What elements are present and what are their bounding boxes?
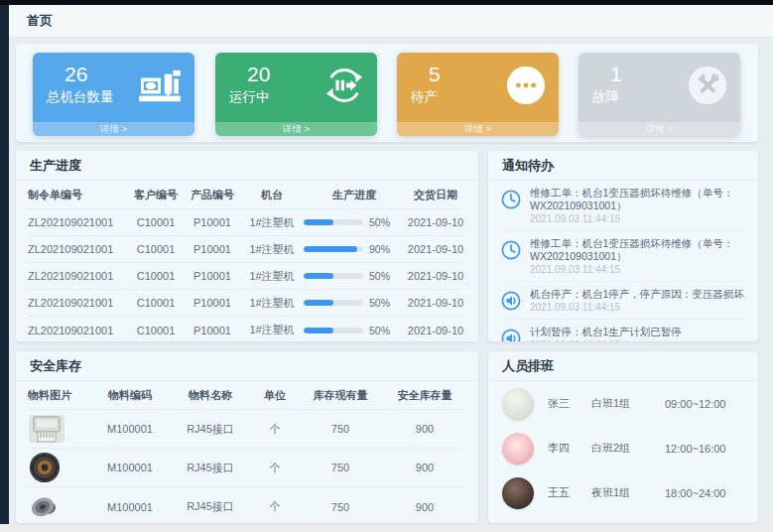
card-detail-link[interactable]: 详情 > [33,122,194,136]
production-progress-panel: 生产进度 制令单编号 客户编号 产品编号 机台 生产进度 交货日期 ZL2021… [16,151,478,341]
cone-speaker-image [28,490,91,524]
column-header: 产品编号 [185,188,240,202]
table-row: ZL202109021001 C10001 P10001 1#注塑机 50% 2… [28,317,466,341]
staff-name: 王五 [548,485,578,500]
table-header-row: 制令单编号 客户编号 产品编号 机台 生产进度 交货日期 [28,181,466,209]
collapsed-sidebar-edge[interactable] [0,5,9,524]
material-unit: 个 [252,461,298,475]
stat-card-fault[interactable]: 1 故障 详情 > [579,53,740,136]
staff-row: 王五 夜班1组 18:00~24:00 [488,470,758,515]
progress-bar [304,273,363,279]
panel-title: 生产进度 [16,151,478,181]
window-bottom-strip [0,524,773,532]
progress-percent: 50% [369,270,390,282]
speaker-icon [500,328,522,341]
machine-name: 1#注塑机 [240,296,304,311]
material-name: RJ45接口 [169,499,252,514]
order-no: ZL202109021001 [28,243,127,255]
table-row: M100001 RJ45接口 个 750 900 [28,410,466,449]
clock-icon [500,239,522,261]
customer-no: C10001 [127,243,185,255]
notification-text: 机台停产：机台1停产，停产原因：变压器损坏 [530,288,744,301]
staff-time: 18:00~24:00 [665,487,725,499]
table-row: ZL202109021001 C10001 P10001 1#注塑机 90% 2… [28,236,466,263]
material-code: M100001 [91,462,169,473]
safety-qty: 900 [383,423,466,435]
machine-name: 1#注塑机 [240,269,304,284]
notifications-panel: 通知待办 维修工单：机台1变压器损坏待维修（单号：WX202109031001）… [488,151,758,341]
table-row: ZL202109021001 C10001 P10001 1#注塑机 50% 2… [28,290,466,317]
notification-text: 计划暂停：机台1生产计划已暂停 [530,326,682,338]
notification-item[interactable]: 计划暂停：机台1生产计划已暂停 2021.09.03 11:44:15 [500,320,746,341]
column-header: 物料名称 [169,388,252,403]
safety-stock-panel: 安全库存 物料图片 物料编码 物料名称 单位 库存现有量 安全库存量 M1000… [16,351,478,523]
staff-shift: 白班2组 [591,441,651,456]
card-detail-link[interactable]: 详情 > [215,122,377,136]
speaker-icon [500,290,522,312]
avatar [502,388,534,420]
stock-qty: 750 [298,462,383,473]
staff-shift: 白班1组 [591,396,651,411]
order-no: ZL202109021001 [28,325,127,336]
safety-qty: 900 [383,501,466,513]
staff-schedule-panel: 人员排班 张三 白班1组 09:00~12:00 李四 白班2组 12:00~1… [488,351,758,523]
order-no: ZL202109021001 [28,216,127,228]
column-header: 单位 [252,388,298,403]
column-header: 交货日期 [405,188,466,202]
product-no: P10001 [185,297,240,309]
staff-shift: 夜班1组 [591,485,651,500]
table-row: ZL202109021001 C10001 P10001 1#注塑机 50% 2… [28,263,466,290]
progress-bar [304,246,363,252]
round-speaker-image [28,451,91,484]
material-name: RJ45接口 [169,461,252,475]
product-no: P10001 [185,243,240,255]
machine-name: 1#注塑机 [240,323,304,337]
tab-home[interactable]: 首页 [27,12,53,30]
table-row: M100001 RJ45接口 个 750 900 [28,487,466,523]
customer-no: C10001 [127,270,185,282]
table-row: ZL202109021001 C10001 P10001 1#注塑机 50% 2… [28,209,466,236]
column-header: 安全库存量 [383,388,466,403]
delivery-date: 2021-09-10 [405,325,466,336]
column-header: 客户编号 [127,188,185,202]
stock-qty: 750 [298,501,383,513]
progress-percent: 50% [369,325,390,336]
column-header: 物料图片 [28,388,91,403]
notification-text: 维修工单：机台1变压器损坏待维修（单号：WX202109031001） [530,187,746,212]
progress-bar [304,328,363,333]
customer-no: C10001 [127,297,185,309]
notification-time: 2021.09.03 11:44:15 [530,213,746,225]
notification-time: 2021.09.03 11:44:15 [530,302,744,314]
staff-row: 李四 白班2组 12:00~16:00 [488,426,758,470]
stat-card-waiting[interactable]: 5 待产 详情 > [397,53,559,136]
staff-name: 张三 [548,396,578,411]
stat-card-running[interactable]: 20 运行中 详情 > [215,53,377,136]
column-header: 物料编码 [91,388,169,403]
product-no: P10001 [185,216,240,228]
notification-time: 2021.09.03 11:44:15 [530,264,746,276]
staff-time: 12:00~16:00 [665,443,725,455]
clock-icon [500,189,522,210]
notification-time: 2021.09.03 11:44:15 [530,339,682,341]
material-unit: 个 [252,422,298,437]
machine-name: 1#注塑机 [240,242,304,257]
stock-qty: 750 [298,423,383,435]
table-row: M100001 RJ45接口 个 750 900 [28,449,466,487]
progress-percent: 50% [369,216,390,228]
notification-item[interactable]: 维修工单：机台1变压器损坏待维修（单号：WX202109031001） 2021… [500,181,746,231]
avatar [502,433,534,465]
customer-no: C10001 [127,325,185,336]
card-detail-link[interactable]: 详情 > [397,122,559,136]
notification-item[interactable]: 机台停产：机台1停产，停产原因：变压器损坏 2021.09.03 11:44:1… [500,282,746,320]
stat-card-total-machines[interactable]: 26 总机台数量 详情 > [33,53,194,136]
card-detail-link[interactable]: 详情 > [579,122,740,136]
stat-cards-panel: 26 总机台数量 详情 > [16,44,758,142]
notification-text: 维修工单：机台1变压器损坏待维修（单号：WX202109031001） [530,237,746,263]
ellipsis-icon [505,65,547,110]
material-unit: 个 [252,499,298,514]
column-header: 生产进度 [304,188,405,202]
notification-item[interactable]: 维修工单：机台1变压器损坏待维修（单号：WX202109031001） 2021… [500,231,746,282]
order-no: ZL202109021001 [28,270,127,282]
machine-name: 1#注塑机 [240,215,304,230]
panel-title: 安全库存 [16,351,478,381]
